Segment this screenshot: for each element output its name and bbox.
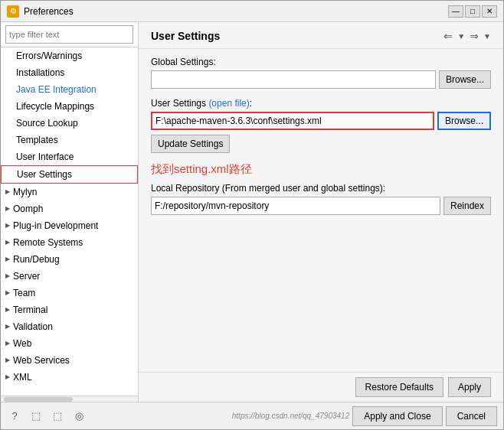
sidebar-group-terminal-label: Terminal xyxy=(13,303,47,317)
search-input[interactable] xyxy=(5,25,133,44)
sidebar-group-xml[interactable]: ▶ XML xyxy=(1,369,138,386)
sidebar-item-installations[interactable]: Installations xyxy=(1,64,138,81)
global-settings-row: Browse... xyxy=(151,70,491,89)
import-icon[interactable]: ⬚ xyxy=(50,409,65,424)
user-settings-label: User Settings (open file): xyxy=(151,98,491,109)
sidebar-item-source-lookup[interactable]: Source Lookup xyxy=(1,115,138,132)
content-body: Global Settings: Browse... User Settings… xyxy=(139,49,503,372)
chevron-icon: ▶ xyxy=(5,202,10,216)
update-settings-button[interactable]: Update Settings xyxy=(151,135,230,153)
chevron-icon: ▶ xyxy=(5,252,10,266)
chevron-icon: ▶ xyxy=(5,353,10,367)
sidebar-group-remote-systems[interactable]: ▶ Remote Systems xyxy=(1,234,138,251)
restore-defaults-button[interactable]: Restore Defaults xyxy=(355,377,443,397)
content-footer: Restore Defaults Apply xyxy=(139,372,503,402)
sidebar-group-mylyn-label: Mylyn xyxy=(13,185,37,199)
chevron-icon: ▶ xyxy=(5,370,10,384)
global-settings-label: Global Settings: xyxy=(151,57,491,67)
local-repo-section: Local Repository (From merged user and g… xyxy=(151,183,491,215)
sidebar-group-terminal[interactable]: ▶ Terminal xyxy=(1,301,138,318)
sidebar-group-run-debug[interactable]: ▶ Run/Debug xyxy=(1,251,138,268)
nav-arrows: ⇐ ▼ ⇒ ▼ xyxy=(440,28,491,44)
sidebar-group-plugin-dev-label: Plug-in Development xyxy=(13,219,98,233)
nav-forward-dropdown[interactable]: ▼ xyxy=(483,32,491,41)
global-settings-section: Global Settings: Browse... xyxy=(151,57,491,89)
chevron-icon: ▶ xyxy=(5,303,10,317)
preferences-window: ⚙ Preferences — □ ✕ Errors/Warnings Inst… xyxy=(0,0,504,430)
main-area: Errors/Warnings Installations Java EE In… xyxy=(1,22,503,402)
sidebar: Errors/Warnings Installations Java EE In… xyxy=(1,22,139,402)
bottom-bar: ? ⬚ ⬚ ◎ https://blog.csdn.net/qq_4790341… xyxy=(1,402,503,429)
nav-back-dropdown[interactable]: ▼ xyxy=(457,32,465,41)
user-settings-row: Browse... xyxy=(151,112,491,130)
sidebar-group-team-label: Team xyxy=(13,286,35,300)
chevron-icon: ▶ xyxy=(5,337,10,350)
global-browse-button[interactable]: Browse... xyxy=(439,70,491,89)
sidebar-group-server[interactable]: ▶ Server xyxy=(1,268,138,285)
sidebar-item-java-ee[interactable]: Java EE Integration xyxy=(1,81,138,98)
maximize-button[interactable]: □ xyxy=(465,5,480,18)
local-repo-label: Local Repository (From merged user and g… xyxy=(151,183,491,194)
help-icon[interactable]: ? xyxy=(7,409,22,424)
sidebar-group-plugin-dev[interactable]: ▶ Plug-in Development xyxy=(1,217,138,234)
nav-back-button[interactable]: ⇐ xyxy=(440,28,456,44)
content-header: User Settings ⇐ ▼ ⇒ ▼ xyxy=(139,22,503,49)
sidebar-group-web-services-label: Web Services xyxy=(13,353,70,367)
sidebar-group-oomph[interactable]: ▶ Oomph xyxy=(1,200,138,217)
sidebar-item-user-settings[interactable]: User Settings xyxy=(1,165,138,184)
chevron-icon: ▶ xyxy=(5,286,10,300)
sidebar-group-team[interactable]: ▶ Team xyxy=(1,285,138,301)
close-button[interactable]: ✕ xyxy=(482,5,497,18)
app-icon: ⚙ xyxy=(7,5,19,18)
sidebar-group-mylyn[interactable]: ▶ Mylyn xyxy=(1,184,138,200)
chevron-icon: ▶ xyxy=(5,236,10,249)
tree-area: Errors/Warnings Installations Java EE In… xyxy=(1,47,138,396)
chevron-icon: ▶ xyxy=(5,269,10,283)
bottom-right-buttons: https://blog.csdn.net/qq_47903412 Apply … xyxy=(232,406,497,426)
sidebar-group-run-debug-label: Run/Debug xyxy=(13,252,60,266)
user-settings-input[interactable] xyxy=(151,112,434,130)
search-box xyxy=(1,22,138,47)
sidebar-hscroll-thumb[interactable] xyxy=(4,397,73,402)
minimize-button[interactable]: — xyxy=(448,5,463,18)
sidebar-group-web-label: Web xyxy=(13,337,31,350)
sidebar-scrollbar[interactable] xyxy=(1,396,138,402)
sidebar-item-errors-warnings[interactable]: Errors/Warnings xyxy=(1,47,138,64)
local-repo-row: Reindex xyxy=(151,197,491,215)
user-browse-button[interactable]: Browse... xyxy=(437,112,491,130)
chevron-icon: ▶ xyxy=(5,320,10,334)
sidebar-group-xml-label: XML xyxy=(13,370,32,384)
sidebar-group-web[interactable]: ▶ Web xyxy=(1,335,138,352)
global-settings-input[interactable] xyxy=(151,70,436,89)
local-repo-input[interactable] xyxy=(151,197,440,215)
sidebar-group-remote-label: Remote Systems xyxy=(13,236,83,249)
circle-icon[interactable]: ◎ xyxy=(71,409,87,424)
sidebar-group-server-label: Server xyxy=(13,269,40,283)
user-settings-section: User Settings (open file): Browse... Upd… xyxy=(151,98,491,153)
apply-button[interactable]: Apply xyxy=(448,377,491,397)
title-bar-left: ⚙ Preferences xyxy=(7,5,74,18)
window-title: Preferences xyxy=(24,6,74,17)
apply-close-button[interactable]: Apply and Close xyxy=(352,406,442,426)
annotation-text: 找到setting.xml路径 xyxy=(151,162,491,177)
title-bar: ⚙ Preferences — □ ✕ xyxy=(1,1,503,22)
sidebar-item-user-interface[interactable]: User Interface xyxy=(1,148,138,165)
sidebar-group-validation[interactable]: ▶ Validation xyxy=(1,318,138,335)
sidebar-group-web-services[interactable]: ▶ Web Services xyxy=(1,352,138,369)
nav-forward-button[interactable]: ⇒ xyxy=(466,28,482,44)
sidebar-group-oomph-label: Oomph xyxy=(13,202,43,216)
chevron-icon: ▶ xyxy=(5,219,10,233)
chevron-icon: ▶ xyxy=(5,185,10,199)
sidebar-item-lifecycle[interactable]: Lifecycle Mappings xyxy=(1,98,138,115)
reindex-button[interactable]: Reindex xyxy=(443,197,491,215)
url-text: https://blog.csdn.net/qq_47903412 xyxy=(232,412,349,420)
content-panel: User Settings ⇐ ▼ ⇒ ▼ Global Settings: B… xyxy=(139,22,503,402)
bottom-icons: ? ⬚ ⬚ ◎ xyxy=(7,409,87,424)
export-icon[interactable]: ⬚ xyxy=(28,409,44,424)
content-title: User Settings xyxy=(151,30,220,42)
cancel-button[interactable]: Cancel xyxy=(446,406,497,426)
open-file-link[interactable]: (open file) xyxy=(208,98,249,109)
sidebar-item-templates[interactable]: Templates xyxy=(1,132,138,148)
title-bar-controls: — □ ✕ xyxy=(448,5,497,18)
sidebar-group-validation-label: Validation xyxy=(13,320,53,334)
